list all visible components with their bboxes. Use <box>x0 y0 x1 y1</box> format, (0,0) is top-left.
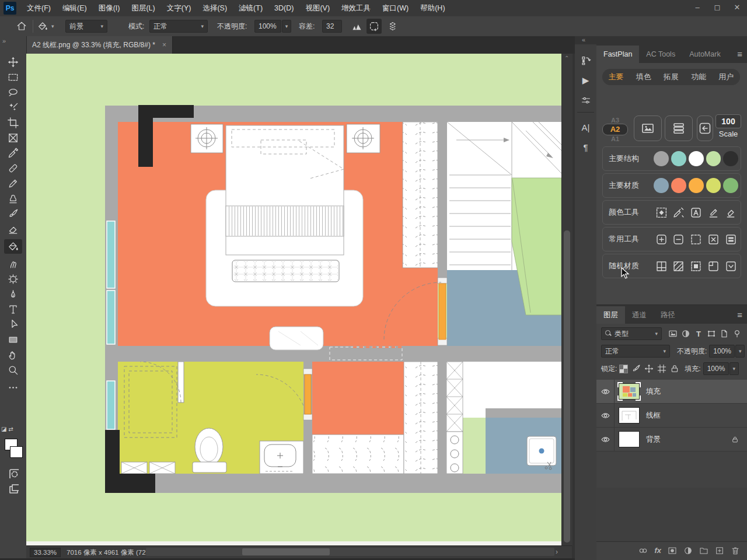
subtab-user[interactable]: 用户 <box>718 72 734 82</box>
adjustments-panel-icon[interactable] <box>575 92 596 108</box>
menu-edit[interactable]: 编辑(E) <box>57 0 93 16</box>
menu-3d[interactable]: 3D(D) <box>268 0 299 16</box>
quick-mask-icon[interactable] <box>4 466 22 480</box>
lasso-tool[interactable] <box>4 85 22 100</box>
menu-type[interactable]: 文字(Y) <box>161 0 197 16</box>
type-tool[interactable] <box>4 302 22 317</box>
collapse-left-icon[interactable]: « <box>582 36 585 43</box>
layer-row-background[interactable]: 背景 <box>596 428 747 452</box>
layer-row-fill[interactable]: 填充 <box>596 380 747 404</box>
scale-value[interactable]: 100 <box>715 114 741 128</box>
material-color-4[interactable] <box>706 178 721 193</box>
scroll-up-icon[interactable]: ⌃ <box>564 55 569 61</box>
dodge-tool[interactable] <box>4 272 22 286</box>
layer-thumbnail[interactable] <box>619 408 639 423</box>
paragraph-panel-icon[interactable]: ¶ <box>575 139 596 155</box>
layer-fill-input[interactable]: 100% <box>703 362 729 375</box>
hatch-icon[interactable] <box>671 258 686 274</box>
close-button[interactable]: ✕ <box>727 0 747 16</box>
paper-a2[interactable]: A2 <box>602 124 628 135</box>
visibility-eye-icon[interactable] <box>596 380 615 403</box>
material-color-3[interactable] <box>689 178 704 193</box>
healing-brush-tool[interactable] <box>4 161 22 176</box>
visibility-eye-icon[interactable] <box>596 428 615 451</box>
filter-type-icon[interactable]: T <box>692 327 705 340</box>
adjustment-layer-icon[interactable] <box>683 546 693 555</box>
layer-row-lineart[interactable]: 线框 <box>596 404 747 428</box>
subtab-function[interactable]: 功能 <box>691 72 706 82</box>
eyedropper-icon[interactable] <box>671 205 686 220</box>
material-color-1[interactable] <box>654 178 669 193</box>
eyedropper-tool[interactable] <box>4 146 22 160</box>
structure-color-3[interactable] <box>689 151 704 166</box>
layers-panel-menu-icon[interactable]: ≡ <box>737 310 742 320</box>
vertical-scrollbar[interactable]: ⌃ <box>561 54 573 545</box>
add-mask-icon[interactable] <box>668 546 677 555</box>
smudge-tool[interactable] <box>4 257 22 271</box>
zoom-tool[interactable] <box>4 363 22 377</box>
tool-preset-icon[interactable]: ▾ <box>37 16 54 36</box>
layer-name[interactable]: 背景 <box>646 435 661 444</box>
insert-image-button[interactable] <box>634 116 662 141</box>
tab-paths[interactable]: 路径 <box>654 306 682 324</box>
structure-color-2[interactable] <box>671 151 686 166</box>
menu-help[interactable]: 帮助(H) <box>414 0 451 16</box>
document-close-icon[interactable]: × <box>162 41 166 49</box>
clone-stamp-tool[interactable] <box>4 191 22 206</box>
layer-name[interactable]: 填充 <box>646 387 661 397</box>
screen-mode-icon[interactable] <box>4 481 22 495</box>
tab-ac-tools[interactable]: AC Tools <box>639 46 682 63</box>
paper-size-selector[interactable]: A3 A2 A1 <box>602 117 628 142</box>
lock-position-icon[interactable] <box>643 362 655 375</box>
pen-tool[interactable] <box>4 287 22 302</box>
layer-thumbnail[interactable] <box>619 432 639 447</box>
layer-name[interactable]: 线框 <box>646 411 661 421</box>
anti-alias-icon[interactable] <box>349 19 364 34</box>
crop-tool[interactable] <box>4 116 22 130</box>
canvas-document[interactable] <box>26 54 561 545</box>
opacity-dropdown[interactable]: ▾ <box>282 20 291 33</box>
menu-window[interactable]: 窗口(W) <box>376 0 414 16</box>
structure-color-4[interactable] <box>706 151 721 166</box>
link-layers-icon[interactable] <box>638 546 648 555</box>
move-tool[interactable] <box>4 55 22 69</box>
subtract-icon[interactable] <box>671 232 686 247</box>
background-color[interactable] <box>10 446 23 458</box>
hand-tool[interactable] <box>4 348 22 362</box>
tab-layers[interactable]: 图层 <box>596 306 625 324</box>
lock-pixels-icon[interactable] <box>630 362 643 375</box>
layer-opacity-dropdown[interactable]: ▾ <box>735 345 745 358</box>
menu-plugins[interactable]: 增效工具 <box>336 0 376 16</box>
tab-fastplan[interactable]: FastPlan <box>596 46 639 63</box>
selection-icon[interactable] <box>689 232 704 247</box>
shape-tool[interactable] <box>4 332 22 347</box>
subtab-fill[interactable]: 填色 <box>636 72 651 82</box>
tab-channels[interactable]: 通道 <box>625 306 654 324</box>
frame-tool[interactable] <box>4 131 22 145</box>
inner-fill-icon[interactable] <box>689 258 704 274</box>
actions-panel-icon[interactable]: ▶ <box>575 72 596 89</box>
fill-source-select[interactable]: 前景▾ <box>65 20 107 33</box>
new-layer-icon[interactable] <box>715 546 724 555</box>
tolerance-input[interactable]: 32 <box>322 20 342 33</box>
delete-icon[interactable] <box>706 232 721 247</box>
fill-selection-icon[interactable] <box>654 205 669 220</box>
lock-all-icon[interactable] <box>668 362 681 375</box>
tile-icon[interactable] <box>654 258 669 274</box>
scale-control[interactable]: 100 Scale <box>715 114 741 138</box>
maximize-button[interactable]: ◻ <box>707 0 727 16</box>
menu-image[interactable]: 图像(I) <box>93 0 126 16</box>
filter-adjustment-icon[interactable] <box>679 327 692 340</box>
marker-icon[interactable] <box>706 205 721 220</box>
default-swap-colors-icon[interactable]: ◪ ⇄ <box>1 426 25 435</box>
minimize-button[interactable]: – <box>687 0 707 16</box>
arc-icon[interactable] <box>723 258 738 274</box>
horizontal-scroll-thumb[interactable] <box>242 548 330 555</box>
zoom-level-field[interactable]: 33.33% <box>30 548 61 557</box>
document-tab[interactable]: A2 线框.png @ 33.3% (填充, RGB/8#) * × <box>26 36 173 54</box>
tab-automark[interactable]: AutoMark <box>682 46 728 63</box>
material-color-2[interactable] <box>671 178 686 193</box>
layer-list-button[interactable] <box>665 116 693 141</box>
subtab-main[interactable]: 主要 <box>609 72 624 82</box>
toolbar-expand-icon[interactable]: » <box>2 37 6 44</box>
